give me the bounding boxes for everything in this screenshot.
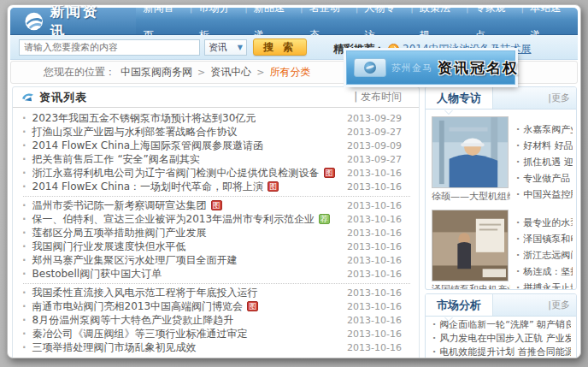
interview-link[interactable]: 浙江志远阀门朱志: [516, 247, 573, 263]
interview-photo-worker[interactable]: [432, 116, 509, 188]
news-link[interactable]: 郑州马寨产业集聚区污水处理厂项目全面开建: [20, 253, 238, 268]
news-link[interactable]: 我国柔性直流接入风电示范工程将于年底投入运行: [20, 286, 258, 300]
publish-date: 2013-10-16: [347, 214, 402, 225]
list-swoosh-icon: [21, 92, 34, 103]
market-link[interactable]: 风力发电在中国步入正轨 产业发展只欠“东: [432, 332, 571, 346]
publish-date-header: | 发布时间: [354, 90, 402, 104]
market-link[interactable]: 阀企面临新一轮“洗牌” 朝产销良好发展: [432, 318, 571, 332]
interview-link[interactable]: 抓住机遇 迎难而上: [516, 154, 573, 170]
news-title-text: 打渔山泵业产业园与水利部签署战略合作协议: [32, 125, 238, 139]
market-link[interactable]: 电机效能提升计划 首推合同能源管理模式: [432, 346, 571, 358]
news-title-text: 秦冶公司《调压阀组》等三项行业标准通过审定: [32, 327, 248, 341]
news-title-text: 南通市电站阀门亮相2013中国高端阀门博览会: [32, 299, 244, 314]
interview-feature-2: 泽国镇泵和电机产业 最专业的水泵制造 泽国镇泵和电机产 浙江志远阀门朱志 杨连成…: [426, 203, 576, 290]
news-list-item: 秦冶公司《调压阀组》等三项行业标准通过审定 2013-10-16: [20, 327, 414, 340]
interview-link[interactable]: 拼搏永无止境 吸纳: [516, 280, 573, 290]
publish-date: 2013-10-16: [347, 301, 402, 312]
news-link[interactable]: Bestobell阀门获中国大订单: [20, 267, 162, 281]
news-list-header: 资讯列表 | 发布时间: [13, 87, 419, 108]
search-category-value: 资讯: [209, 41, 227, 54]
interview-panel: 人物专访 |更多 徐颉——大型机组维: [425, 86, 577, 290]
news-list-item: 2023年我国五金不锈钢泵市场预计将达到30亿元 2013-09-29: [20, 111, 414, 125]
news-list-item: 我国阀门行业发展速度快但水平低 2013-10-16: [20, 240, 414, 253]
news-link[interactable]: 打渔山泵业产业园与水利部签署战略合作协议: [20, 125, 238, 139]
news-link[interactable]: 我国阀门行业发展速度快但水平低: [20, 240, 186, 254]
news-list-item: 2014 FlowEx China上海国际泵管阀展参展邀请函 2013-09-0…: [20, 139, 414, 152]
interview-link[interactable]: 杨连成：坚持做阀: [516, 263, 573, 280]
news-list-item: 保一、伯特利、宣达三企业被评为2013年温州市专利示范企业荐 2013-10-1…: [20, 212, 414, 226]
publish-date: 2013-09-29: [347, 113, 402, 124]
search-category-select[interactable]: 资讯 ▼: [204, 39, 247, 56]
news-link[interactable]: 把关售前售后工作 “安全”阀名副其实: [20, 152, 200, 167]
breadcrumb-site-link[interactable]: 中国泵阀商务网: [121, 65, 192, 80]
news-link[interactable]: 保一、伯特利、宣达三企业被评为2013年温州市专利示范企业荐: [20, 212, 330, 227]
top-nav: 新闻资讯 新闻首页 市场分析 新品速递 名企动态 人物专访 政策法规 专家观点 …: [10, 8, 578, 35]
interview-tab[interactable]: 人物专访: [426, 87, 493, 109]
publish-date: 2013-09-27: [347, 154, 402, 165]
interview-link[interactable]: 最专业的水泵制造: [516, 215, 573, 231]
news-link[interactable]: 三项举措处理阀门市场乱象初见成效: [20, 340, 197, 355]
news-list-item: 8月份温州泵阀等十大特色产业贷款止降趋升 2013-10-16: [20, 313, 414, 327]
news-list-item: 莲都区分局五项举措助推阀门产业发展 2013-10-16: [20, 226, 414, 240]
image-badge: 图: [247, 301, 258, 311]
market-header: 市场分析 |更多: [426, 294, 576, 317]
breadcrumb-separator: >: [256, 67, 264, 78]
breadcrumb-current: 所有分类: [269, 65, 310, 80]
breadcrumb-section-link[interactable]: 资讯中心: [210, 65, 251, 80]
dropdown-arrow-icon: ▼: [238, 44, 243, 51]
news-title-text: 8月份温州泵阀等十大特色产业贷款止降趋升: [32, 313, 234, 328]
publish-date: 2013-10-16: [347, 228, 402, 239]
interview-link[interactable]: 泽国镇泵和电机产: [516, 231, 573, 247]
site-logo[interactable]: 新闻资讯: [10, 8, 136, 34]
group-separator: [23, 196, 410, 197]
news-list-item: 三项举措处理阀门市场乱象初见成效 2013-10-16: [20, 340, 414, 354]
interview-caption[interactable]: 徐颉——大型机组维: [432, 190, 510, 203]
naming-rights-ad-banner[interactable]: 苏州金马 资讯冠名权: [346, 50, 515, 85]
publish-date: 2013-10-16: [347, 168, 402, 179]
news-title-text: 2014 FlowEx China上海国际泵管阀展参展邀请函: [32, 139, 264, 153]
interview-header: 人物专访 |更多: [426, 87, 576, 110]
news-link[interactable]: 2023年我国五金不锈钢泵市场预计将达到30亿元: [20, 111, 256, 126]
news-link[interactable]: 南通市电站阀门亮相2013中国高端阀门博览会图: [20, 299, 258, 314]
news-list-item: 我国柔性直流接入风电示范工程将于年底投入运行 2013-10-16: [20, 286, 414, 299]
news-link[interactable]: 莲都区分局五项举措助推阀门产业发展: [20, 226, 207, 240]
market-more-link[interactable]: |更多: [542, 294, 576, 316]
interview-more-link[interactable]: |更多: [542, 87, 576, 109]
publish-date: 2013-10-16: [347, 200, 402, 211]
news-list-item: 郑州马寨产业集聚区污水处理厂项目全面开建 2013-10-16: [20, 253, 414, 267]
news-title-text: 三项举措处理阀门市场乱象初见成效: [32, 340, 197, 355]
nav-menu: 新闻首页 市场分析 新品速递 名企动态 人物专访 政策法规 专家观点 本站速递: [136, 8, 578, 34]
news-link[interactable]: 8月份温州泵阀等十大特色产业贷款止降趋升: [20, 313, 233, 328]
search-button[interactable]: 搜 索: [253, 38, 307, 56]
news-link[interactable]: 2014 FlowEx China上海国际泵管阀展参展邀请函: [20, 139, 263, 153]
breadcrumb-separator: >: [197, 67, 205, 78]
news-list-item: 打渔山泵业产业园与水利部签署战略合作协议 2013-09-27: [20, 125, 414, 139]
news-title-text: Bestobell阀门获中国大订单: [32, 267, 162, 281]
news-list-item: 把关售前售后工作 “安全”阀名副其实 2013-09-27: [20, 152, 414, 166]
interview-link[interactable]: 永嘉泵阀产业成为: [516, 121, 573, 138]
publish-date: 2013-09-27: [347, 127, 402, 138]
news-title-text: 郑州马寨产业集聚区污水处理厂项目全面开建: [32, 253, 238, 268]
interview-caption[interactable]: 泽国镇泵和电机产业: [432, 283, 510, 290]
interview-link[interactable]: 中国兴益控股实力: [516, 186, 573, 203]
news-link[interactable]: 2014 FlowEx China：一场划时代革命，即将上演图: [20, 180, 279, 194]
news-link[interactable]: 秦冶公司《调压阀组》等三项行业标准通过审定: [20, 327, 248, 341]
interview-photo-speaker[interactable]: [432, 210, 509, 281]
globe-swoosh-icon: [24, 11, 44, 32]
news-link[interactable]: 温州市委书记陈一新考察调研宣达集团图: [20, 198, 222, 213]
search-input[interactable]: [19, 39, 200, 56]
market-tab[interactable]: 市场分析: [426, 294, 493, 316]
publish-date: 2013-10-16: [347, 255, 402, 266]
publish-date: 2013-09-09: [347, 140, 402, 151]
news-list-item: 浙江永嘉得利机电公司为辽宁省阀门检测中心提供优良检测设备图 2013-10-16: [20, 166, 414, 180]
interview-link[interactable]: 好材料 好品质 肯定: [516, 138, 573, 154]
interview-photo-block: 徐颉——大型机组维: [432, 116, 510, 203]
publish-date: 2013-10-16: [347, 315, 402, 326]
interview-link[interactable]: 专业做产品 用心做: [516, 170, 573, 186]
news-title-text: 浙江永嘉得利机电公司为辽宁省阀门检测中心提供优良检测设备: [32, 166, 320, 181]
banner-logo: [354, 58, 386, 77]
banner-watermark: 苏州金马: [391, 62, 432, 74]
news-list-panel: 资讯列表 | 发布时间 2023年我国五金不锈钢泵市场预计将达到30亿元 201…: [12, 86, 420, 358]
image-badge: 图: [324, 168, 335, 178]
news-link[interactable]: 浙江永嘉得利机电公司为辽宁省阀门检测中心提供优良检测设备图: [20, 166, 335, 181]
